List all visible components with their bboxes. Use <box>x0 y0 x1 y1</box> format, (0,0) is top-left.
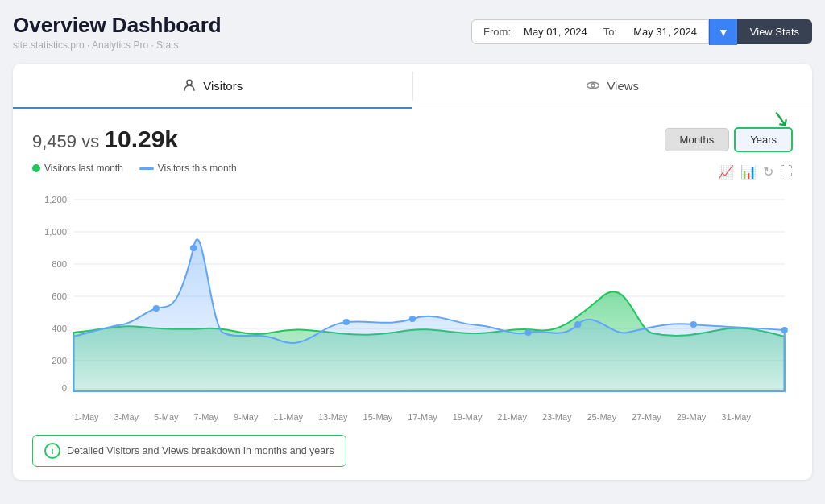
svg-point-22 <box>574 321 581 328</box>
svg-point-2 <box>591 84 595 88</box>
chart-top-bar: 9,459 vs 10.29k Months ↘ Years <box>32 126 793 153</box>
svg-text:1,200: 1,200 <box>44 195 67 204</box>
x-label-21may: 21-May <box>497 412 527 422</box>
chart-legend: Visitors last month Visitors this month <box>32 163 237 174</box>
area-chart: 1,200 1,000 800 600 400 200 0 <box>32 184 793 409</box>
x-label-19may: 19-May <box>453 412 483 422</box>
line-chart-icon[interactable]: 📈 <box>718 164 734 180</box>
refresh-icon[interactable]: ↻ <box>763 164 773 180</box>
expand-icon[interactable]: ⛶ <box>780 164 793 179</box>
months-button[interactable]: Months <box>665 128 730 151</box>
x-label-29may: 29-May <box>677 412 707 422</box>
date-controls: From: May 01, 2024 To: May 31, 2024 ▼ Vi… <box>471 19 812 45</box>
chart-type-icons: 📈 📊 ↻ ⛶ <box>718 164 793 180</box>
svg-text:600: 600 <box>52 291 67 301</box>
time-controls: Months ↘ Years <box>665 127 793 152</box>
svg-text:400: 400 <box>52 324 67 333</box>
x-label-13may: 13-May <box>318 412 348 422</box>
tab-bar: Visitors Views <box>13 64 812 109</box>
page-title: Overview Dashboard <box>13 13 222 38</box>
x-label-25may: 25-May <box>587 412 617 422</box>
svg-text:800: 800 <box>52 259 67 269</box>
legend-this-month: Visitors this month <box>139 163 237 174</box>
svg-point-19 <box>343 319 350 325</box>
x-label-5may: 5-May <box>154 412 179 422</box>
tab-views-label: Views <box>607 79 639 93</box>
x-label-23may: 23-May <box>542 412 572 422</box>
legend-row: Visitors last month Visitors this month … <box>32 163 793 180</box>
from-label: From: <box>483 26 511 38</box>
info-bar[interactable]: i Detailed Visitors and Views breakdown … <box>32 435 346 467</box>
views-icon <box>586 78 600 93</box>
x-label-9may: 9-May <box>234 412 259 422</box>
chart-area: 9,459 vs 10.29k Months ↘ Years Visitors … <box>13 109 812 480</box>
svg-point-0 <box>187 80 192 85</box>
svg-point-21 <box>525 329 532 336</box>
svg-point-17 <box>153 305 160 312</box>
svg-text:200: 200 <box>52 356 67 366</box>
view-stats-button[interactable]: View Stats <box>737 19 812 44</box>
main-card: Visitors Views 9,459 vs 10.29k Months ↘ … <box>13 64 812 480</box>
legend-last-month: Visitors last month <box>32 163 123 174</box>
svg-point-23 <box>690 321 697 328</box>
x-axis-labels: 1-May 3-May 5-May 7-May 9-May 11-May 13-… <box>32 409 793 422</box>
date-from: May 01, 2024 <box>524 26 587 38</box>
date-range-box: From: May 01, 2024 To: May 31, 2024 <box>471 19 709 44</box>
x-label-17may: 17-May <box>408 412 437 422</box>
info-icon: i <box>44 443 60 459</box>
x-label-15may: 15-May <box>363 412 393 422</box>
stat-comparison: 9,459 vs 10.29k <box>32 126 178 153</box>
date-separator: To: <box>603 26 617 38</box>
legend-this-month-label: Visitors this month <box>158 163 237 174</box>
legend-green-dot <box>32 164 40 172</box>
tab-visitors[interactable]: Visitors <box>13 64 412 109</box>
legend-blue-line <box>139 167 154 170</box>
stat-prefix: 9,459 vs <box>32 131 99 151</box>
tab-views[interactable]: Views <box>413 64 813 109</box>
x-label-3may: 3-May <box>114 412 139 422</box>
tab-visitors-label: Visitors <box>203 79 243 93</box>
legend-last-month-label: Visitors last month <box>44 163 123 174</box>
x-label-1may: 1-May <box>74 412 99 422</box>
date-dropdown-button[interactable]: ▼ <box>709 19 737 45</box>
svg-point-18 <box>190 245 197 251</box>
date-to: May 31, 2024 <box>633 26 697 38</box>
svg-point-20 <box>409 316 416 322</box>
bar-chart-icon[interactable]: 📊 <box>740 164 757 180</box>
stat-main: 10.29k <box>104 126 178 152</box>
chart-svg-container: 1,200 1,000 800 600 400 200 0 <box>32 184 793 409</box>
x-label-11may: 11-May <box>273 412 303 422</box>
svg-point-24 <box>781 327 788 333</box>
svg-text:1,000: 1,000 <box>44 227 67 237</box>
x-label-31may: 31-May <box>721 412 751 422</box>
years-button-wrapper: ↘ Years <box>734 127 793 152</box>
x-label-27may: 27-May <box>632 412 661 422</box>
svg-text:0: 0 <box>62 383 67 393</box>
visitor-icon <box>182 78 197 93</box>
page-subtitle: site.statistics.pro · Analytics Pro · St… <box>13 39 222 51</box>
x-label-7may: 7-May <box>193 412 218 422</box>
info-text: Detailed Visitors and Views breakdown in… <box>67 445 334 456</box>
